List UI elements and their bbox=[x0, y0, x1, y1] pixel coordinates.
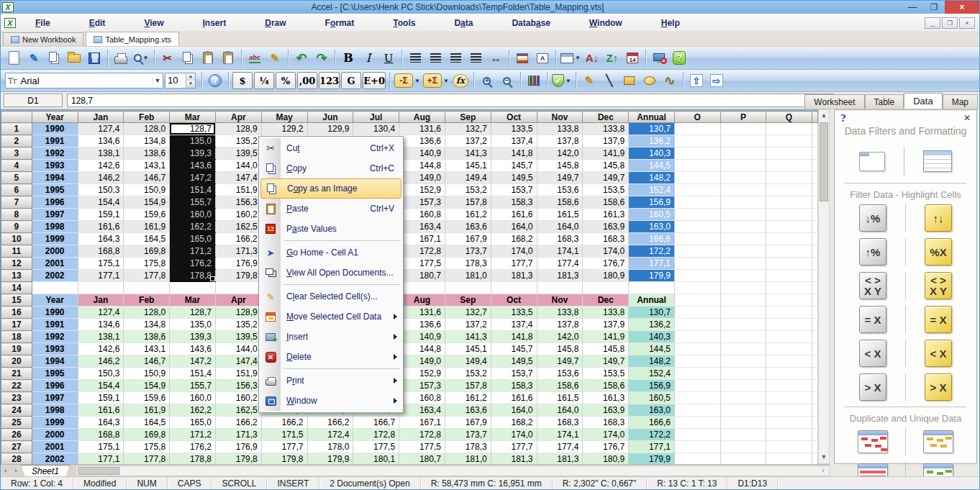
cell[interactable]: 128,0 bbox=[124, 123, 170, 135]
cell[interactable]: 180,7 bbox=[399, 453, 445, 465]
row-header-9[interactable]: 9 bbox=[1, 221, 32, 233]
row-header-7[interactable]: 7 bbox=[1, 196, 32, 209]
dropdown-arrow-icon[interactable]: ▼ bbox=[566, 78, 571, 84]
format-painter-button[interactable]: ✎ bbox=[266, 49, 284, 68]
cell[interactable] bbox=[491, 282, 537, 294]
cell[interactable]: 1992 bbox=[32, 148, 78, 160]
cell[interactable]: 174,0 bbox=[583, 429, 629, 441]
row-header-26[interactable]: 26 bbox=[1, 429, 32, 441]
highlight-between-button[interactable]: < > X Y bbox=[925, 272, 952, 299]
highlight-equal-button[interactable]: = X bbox=[925, 306, 952, 333]
cell[interactable]: 130,7 bbox=[629, 123, 675, 135]
cell[interactable]: 128,7 bbox=[170, 307, 216, 319]
cell[interactable]: 163,4 bbox=[399, 221, 445, 233]
font-size-input[interactable]: 10▲▼ bbox=[165, 73, 196, 89]
cell[interactable]: 177,8 bbox=[124, 453, 170, 465]
sheet-next-icon[interactable]: › bbox=[11, 466, 21, 476]
open-folder-button[interactable] bbox=[65, 49, 83, 68]
cell[interactable]: Year bbox=[32, 294, 78, 307]
row-header-8[interactable]: 8 bbox=[1, 209, 32, 221]
cell[interactable]: Annual bbox=[629, 294, 675, 307]
cell[interactable]: 149,4 bbox=[445, 355, 491, 368]
autosum-plus-button[interactable]: +Σ▼ bbox=[422, 71, 450, 90]
cell[interactable] bbox=[766, 429, 812, 441]
cell[interactable]: 154,9 bbox=[124, 380, 170, 392]
cell[interactable]: 171,2 bbox=[170, 245, 216, 258]
cell[interactable]: 160,0 bbox=[170, 209, 216, 221]
cell[interactable]: 177,7 bbox=[491, 258, 537, 270]
cell[interactable]: 133,8 bbox=[583, 123, 629, 135]
cell[interactable]: 164,5 bbox=[124, 417, 170, 429]
cell[interactable]: 1993 bbox=[32, 160, 78, 172]
row-header-1[interactable]: 1 bbox=[1, 123, 32, 135]
cell[interactable]: 149,7 bbox=[537, 172, 583, 184]
cell[interactable]: 1996 bbox=[32, 380, 78, 392]
cell[interactable] bbox=[720, 184, 766, 196]
cell[interactable]: 1997 bbox=[32, 392, 78, 404]
cell[interactable] bbox=[812, 429, 817, 441]
cell[interactable] bbox=[720, 258, 766, 270]
cell[interactable]: 167,1 bbox=[399, 233, 445, 245]
cell[interactable] bbox=[720, 221, 766, 233]
chart-button[interactable] bbox=[525, 71, 543, 90]
page-right-button[interactable]: ⇨ bbox=[707, 71, 726, 90]
view-all-open-documents-menu-item[interactable]: View All Open Documents... bbox=[260, 263, 401, 283]
column-header-mar[interactable]: Mar bbox=[170, 112, 216, 123]
cell[interactable]: 161,3 bbox=[583, 392, 629, 404]
cell[interactable]: 140,9 bbox=[399, 331, 445, 343]
cell[interactable]: Jan bbox=[78, 294, 124, 307]
cell[interactable]: 166,7 bbox=[353, 417, 399, 429]
cell[interactable] bbox=[674, 355, 720, 368]
cell[interactable]: 144,0 bbox=[215, 160, 261, 172]
dropdown-arrow-icon[interactable]: ▼ bbox=[443, 78, 449, 84]
horizontal-scrollbar[interactable]: › bbox=[76, 466, 830, 476]
column-header-o[interactable]: O bbox=[674, 112, 720, 123]
cell[interactable]: 163,6 bbox=[445, 221, 491, 233]
filter-bottom-n-button[interactable]: ↓% bbox=[859, 204, 886, 232]
cell[interactable]: 171,5 bbox=[261, 429, 307, 441]
dropdown-arrow-icon[interactable]: ▼ bbox=[143, 55, 149, 61]
cell[interactable] bbox=[766, 270, 812, 282]
cell[interactable]: 1990 bbox=[32, 307, 78, 319]
cell[interactable]: 127,4 bbox=[78, 123, 124, 135]
cell[interactable]: 149,5 bbox=[491, 355, 537, 368]
paste-values-menu-item[interactable]: 12Paste Values bbox=[260, 219, 401, 239]
copy-document-button[interactable] bbox=[45, 49, 63, 68]
cell[interactable] bbox=[812, 172, 817, 184]
cell[interactable] bbox=[674, 404, 720, 417]
cell[interactable]: 161,2 bbox=[445, 392, 491, 404]
cell[interactable]: 1992 bbox=[32, 331, 78, 343]
cell[interactable] bbox=[812, 135, 817, 148]
cell[interactable]: 1998 bbox=[32, 404, 78, 417]
row-header-14[interactable]: 14 bbox=[1, 282, 32, 294]
cell[interactable]: Aug bbox=[399, 294, 445, 307]
cell[interactable]: 142,6 bbox=[78, 343, 124, 355]
cell[interactable]: 145,8 bbox=[583, 160, 629, 172]
cell[interactable] bbox=[720, 209, 766, 221]
dropdown-arrow-icon[interactable]: ▼ bbox=[575, 55, 581, 61]
cell[interactable]: 160,8 bbox=[399, 209, 445, 221]
cell[interactable]: 131,6 bbox=[399, 123, 445, 135]
cell[interactable]: 133,8 bbox=[537, 123, 583, 135]
cell[interactable] bbox=[812, 196, 817, 209]
cell[interactable] bbox=[720, 294, 766, 307]
cell[interactable] bbox=[812, 123, 817, 135]
cell[interactable]: 151,9 bbox=[215, 184, 261, 196]
bold-button[interactable]: B bbox=[339, 49, 358, 68]
cell[interactable] bbox=[766, 135, 812, 148]
cell[interactable]: 168,8 bbox=[78, 429, 124, 441]
cell[interactable]: 144,8 bbox=[399, 343, 445, 355]
cell[interactable]: 178,0 bbox=[307, 441, 353, 453]
cell[interactable]: 1999 bbox=[32, 417, 78, 429]
filter-less-button[interactable]: < X bbox=[859, 340, 886, 367]
draw-pencil-button[interactable]: ✎ bbox=[580, 71, 599, 90]
cell[interactable]: Dec bbox=[583, 294, 629, 307]
select-all-corner[interactable] bbox=[1, 112, 32, 123]
cell[interactable]: 128,0 bbox=[124, 307, 170, 319]
cell[interactable]: 176,2 bbox=[170, 258, 216, 270]
cell[interactable]: 154,4 bbox=[78, 196, 124, 209]
cell[interactable] bbox=[766, 380, 812, 392]
cell[interactable] bbox=[720, 441, 766, 453]
cell[interactable]: 135,0 bbox=[170, 135, 216, 148]
cell[interactable] bbox=[766, 404, 812, 417]
